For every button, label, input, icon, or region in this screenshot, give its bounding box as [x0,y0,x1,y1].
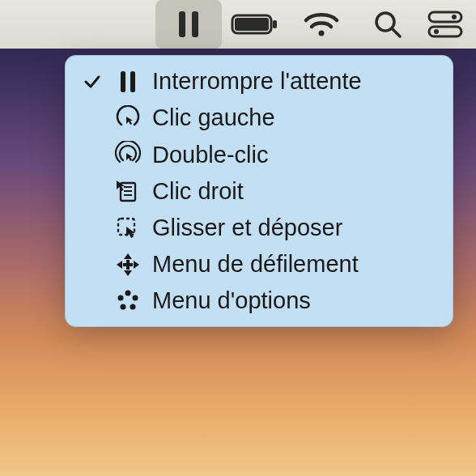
svg-point-6 [376,13,394,31]
menu-item-drag-drop[interactable]: Glisser et déposer [68,210,450,246]
menu-item-label: Menu d'options [152,287,434,314]
menu-item-options-menu[interactable]: Menu d'options [68,283,450,319]
svg-rect-12 [121,71,125,92]
wifi-icon [303,11,340,38]
battery-icon [231,12,279,36]
svg-point-25 [130,304,136,309]
svg-rect-1 [192,11,198,37]
menu-item-left-click[interactable]: Clic gauche [68,100,450,136]
menubar-control-center-icon[interactable] [421,0,470,49]
menu-item-double-click[interactable]: Double-clic [68,136,450,173]
menu-item-scroll-menu[interactable]: Menu de défilement [68,246,450,283]
left-click-icon [113,105,142,131]
control-center-icon [427,11,463,38]
svg-rect-13 [130,71,135,92]
menu-item-label: Glisser et déposer [152,215,434,241]
svg-point-9 [452,15,457,19]
svg-rect-20 [123,263,133,266]
menu-item-right-click[interactable]: Clic droit [68,173,450,210]
check-icon [81,72,104,91]
menu-item-pause-dwell[interactable]: Interrompre l'attente [68,63,450,100]
menubar-battery-icon[interactable] [222,0,288,49]
menubar-search-icon[interactable] [355,0,421,49]
search-icon [372,9,403,40]
menu-item-label: Menu de défilement [152,251,434,278]
menu-item-label: Clic droit [152,178,434,205]
menu-item-label: Interrompre l'attente [152,68,434,95]
right-click-icon [113,179,142,205]
svg-rect-4 [273,20,277,28]
double-click-icon [113,141,142,168]
svg-point-23 [133,295,138,300]
svg-rect-0 [179,11,185,37]
svg-rect-3 [235,18,269,31]
menu-item-label: Clic gauche [152,104,434,131]
svg-point-24 [121,304,126,309]
menubar-dwell-icon[interactable] [155,0,222,49]
drag-drop-icon [113,215,142,241]
options-dots-icon [113,289,142,313]
svg-point-22 [118,295,124,300]
pause-icon [113,70,142,93]
scroll-arrows-icon [113,252,142,278]
dwell-dropdown-menu: Interrompre l'attente Clic gauche Double… [65,55,453,327]
menu-item-label: Double-clic [152,142,434,168]
svg-line-7 [393,29,400,36]
pause-icon [176,10,201,39]
svg-point-5 [319,31,325,36]
menubar-wifi-icon[interactable] [288,0,355,49]
svg-point-21 [125,290,131,295]
menubar [0,0,476,49]
svg-point-11 [434,29,439,34]
